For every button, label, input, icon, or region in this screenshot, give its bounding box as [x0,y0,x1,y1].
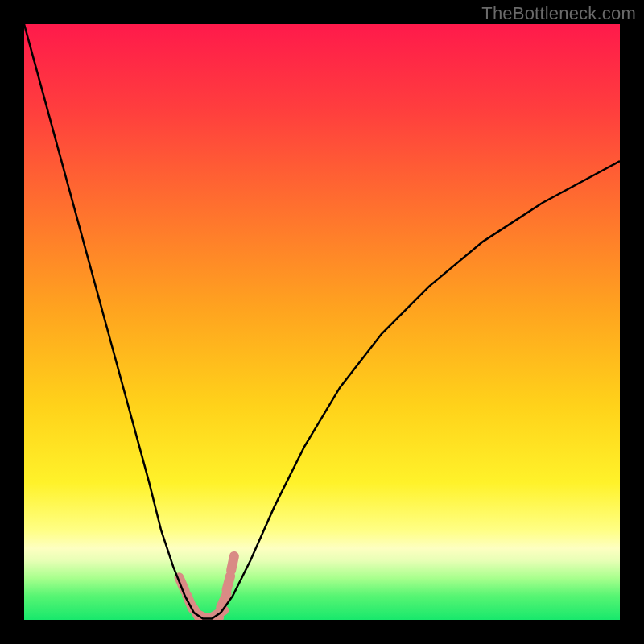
outer-frame: TheBottleneck.com [0,0,644,644]
chart-curves [24,24,620,620]
watermark-text: TheBottleneck.com [481,3,636,24]
marker-dot [231,556,234,571]
marker-dot [227,576,231,589]
bottleneck-curve [24,24,620,619]
plot-area [24,24,620,620]
marker-band [180,556,234,620]
